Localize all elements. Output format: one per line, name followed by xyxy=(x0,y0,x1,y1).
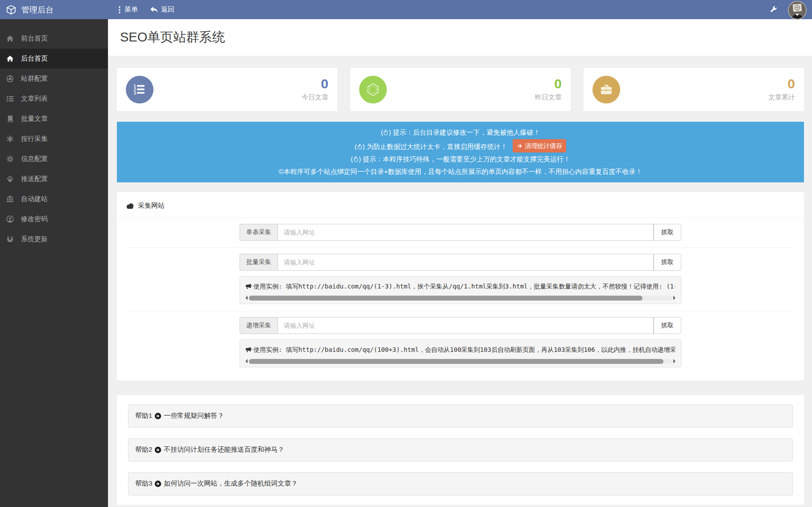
home-icon xyxy=(5,55,14,62)
stat-value: 0 xyxy=(302,77,328,91)
sidebar-item-label: 文章列表 xyxy=(21,95,48,103)
collect-panel-header: 采集网站 xyxy=(117,192,804,218)
sidebar-item-system-update[interactable]: 系统更新 xyxy=(0,229,108,249)
back-button[interactable]: 返回 xyxy=(149,5,174,14)
fire-icon xyxy=(357,142,362,153)
menu-button[interactable]: 菜单 xyxy=(118,5,138,14)
single-collect-input[interactable] xyxy=(278,224,654,241)
sidebar-item-change-password[interactable]: 修改密码 xyxy=(0,209,108,229)
sidebar-item-front-home[interactable]: 前台首页 xyxy=(0,29,108,49)
fire-icon xyxy=(353,154,358,166)
arrow-circle-right-icon xyxy=(154,412,162,420)
bullhorn-icon xyxy=(245,346,252,353)
sidebar-item-label: 批量文章 xyxy=(21,115,48,123)
batch-collect-fetch-button[interactable]: 抓取 xyxy=(654,254,681,271)
sidebar-item-admin-home[interactable]: 后台首页 xyxy=(0,49,108,69)
sidebar-item-sitegroup-config[interactable]: 站群配置 xyxy=(0,69,108,89)
page-title-bar: SEO单页站群系统 xyxy=(108,19,812,56)
chrome-icon xyxy=(5,75,14,82)
main: 123 0 今日文章 0 xyxy=(108,68,812,507)
bank-icon xyxy=(5,195,14,203)
sidebar-item-article-list[interactable]: 文章列表 xyxy=(0,89,108,109)
scrollbar-thumb[interactable] xyxy=(249,296,642,301)
scrollbar-track[interactable] xyxy=(249,296,672,301)
user-circle-icon xyxy=(5,215,14,223)
cube-icon xyxy=(6,5,16,15)
stat-label: 文章累计 xyxy=(768,93,795,102)
arrow-circle-right-icon xyxy=(154,446,162,453)
single-collect-label: 单条采集 xyxy=(240,224,278,241)
stat-value: 0 xyxy=(768,77,795,91)
page-title: SEO单页站群系统 xyxy=(120,29,225,46)
stat-value: 0 xyxy=(535,77,562,91)
arrow-right-icon xyxy=(517,144,522,148)
batch-collect-hint: 使用实例: 填写http://baidu.com/qq/(1-3).html，挨… xyxy=(240,276,681,304)
sidebar-item-info-config[interactable]: 信息配置 xyxy=(0,149,108,169)
gear-icon xyxy=(5,155,14,163)
stat-cards: 123 0 今日文章 0 xyxy=(117,68,804,111)
alert-line-4: ©本程序可多个站点绑定同一个目录+数据库使用，且每个站点所展示的单页内容都不一样… xyxy=(121,166,800,177)
sidebar-item-push-config[interactable]: 推送配置 xyxy=(0,169,108,189)
sidebar-item-auto-build[interactable]: 自动建站 xyxy=(0,189,108,209)
sidebar-item-label: 后台首页 xyxy=(21,54,48,63)
brand-title: 管理后台 xyxy=(21,4,54,15)
asterisk-icon xyxy=(5,135,14,143)
stat-label: 昨日文章 xyxy=(535,93,562,102)
scroll-left-arrow[interactable] xyxy=(245,296,248,300)
alert-line-1: () 提示：后台目录建议修改一下，避免被他人爆破！ xyxy=(121,127,800,139)
brand: 管理后台 xyxy=(0,4,108,15)
fire-icon xyxy=(383,128,388,139)
navbar-right xyxy=(770,0,812,20)
sidebar-item-label: 系统更新 xyxy=(21,235,48,243)
magnet-icon xyxy=(5,235,14,243)
list-icon xyxy=(5,95,14,103)
content-area: SEO单页站群系统 123 0 今日文章 xyxy=(108,19,812,507)
ellipsis-v-icon xyxy=(118,6,121,14)
single-collect-row: 单条采集 抓取 xyxy=(117,218,804,247)
help-item-3[interactable]: 帮助3 如何访问一次网站，生成多个随机组词文章？ xyxy=(128,472,793,495)
sidebar-item-label: 修改密码 xyxy=(21,215,48,223)
reply-arrow-icon xyxy=(149,6,158,13)
sidebar-item-label: 推送配置 xyxy=(21,175,48,183)
increment-collect-input[interactable] xyxy=(278,317,654,334)
hexagon-icon xyxy=(359,76,387,103)
stat-card-total: 0 文章累计 xyxy=(584,68,804,111)
collect-panel: 采集网站 单条采集 抓取 批量采集 抓取 xyxy=(117,192,804,380)
ordered-list-icon: 123 xyxy=(126,76,153,103)
top-navbar: 管理后台 菜单 返回 xyxy=(0,0,812,19)
scroll-right-arrow[interactable] xyxy=(673,359,675,363)
collect-panel-title: 采集网站 xyxy=(138,202,165,210)
sidebar-item-label: 信息配置 xyxy=(21,155,48,163)
wrench-icon[interactable] xyxy=(770,6,777,13)
alert-line-3: () 提示：本程序技巧特殊，一般需要至少上万的文章才能支撑完美运行！ xyxy=(121,153,800,166)
cloud-icon xyxy=(126,202,134,209)
stat-card-yesterday: 0 昨日文章 xyxy=(350,68,571,111)
scroll-left-arrow[interactable] xyxy=(245,359,248,363)
svg-text:3: 3 xyxy=(133,91,136,95)
scrollbar-thumb[interactable] xyxy=(249,359,663,364)
tips-alert: () 提示：后台目录建议修改一下，避免被他人爆破！ () 为防止数据过大统计太卡… xyxy=(117,122,804,182)
batch-collect-input[interactable] xyxy=(278,254,654,271)
clear-cache-button[interactable]: 清理统计缓存 xyxy=(513,139,566,153)
horizontal-scrollbar xyxy=(245,295,675,301)
avatar[interactable] xyxy=(788,1,807,20)
scroll-right-arrow[interactable] xyxy=(673,296,675,300)
sidebar: 前台首页 后台首页 站群配置 文章列表 xyxy=(0,19,108,507)
scrollbar-track[interactable] xyxy=(249,359,672,364)
sidebar-item-label: 按行采集 xyxy=(21,135,48,143)
bullhorn-icon xyxy=(245,283,252,289)
increment-collect-label: 递增采集 xyxy=(240,317,278,334)
increment-collect-fetch-button[interactable]: 抓取 xyxy=(654,317,681,334)
increment-collect-hint: 使用实例: 填写http://baidu.com/qq/(100+3).html… xyxy=(240,339,681,367)
paw-icon xyxy=(5,175,14,183)
sidebar-item-batch-articles[interactable]: 批量文章 xyxy=(0,109,108,129)
sidebar-item-label: 站群配置 xyxy=(21,74,48,83)
single-collect-fetch-button[interactable]: 抓取 xyxy=(654,224,681,241)
stat-card-today: 123 0 今日文章 xyxy=(117,68,337,111)
help-item-2[interactable]: 帮助2 不挂访问计划任务还能推送百度和神马？ xyxy=(128,438,793,462)
arrow-circle-right-icon xyxy=(154,480,162,487)
alert-line-2: () 为防止数据过大统计太卡，直接启用缓存统计！ 清理统计缓存 xyxy=(121,139,800,153)
sidebar-item-line-collect[interactable]: 按行采集 xyxy=(0,129,108,149)
help-item-1[interactable]: 帮助1 一些常规疑问解答？ xyxy=(128,404,793,428)
sidebar-item-label: 自动建站 xyxy=(21,195,48,203)
